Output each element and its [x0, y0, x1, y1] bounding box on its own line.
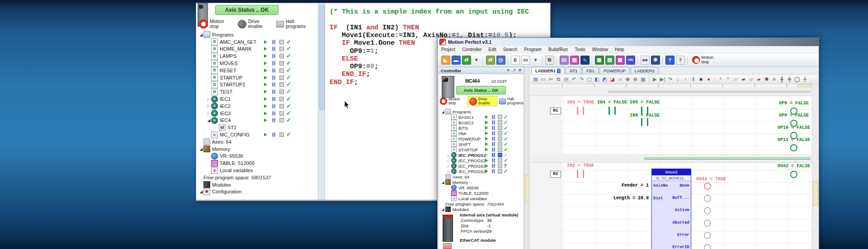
run-program-icon[interactable] [485, 169, 488, 173]
window-1-icon[interactable]: ▱ [732, 75, 740, 83]
motion-stop-button[interactable]: Motion stop [440, 97, 466, 105]
run-program-icon[interactable] [485, 159, 488, 162]
tools-icon[interactable]: ✱ [763, 75, 770, 83]
redo-icon[interactable]: ↷ [578, 75, 585, 83]
step-program-icon[interactable] [498, 136, 502, 141]
run-program-icon[interactable] [485, 137, 488, 141]
page-setup-icon[interactable]: ▱ [617, 75, 624, 83]
pause-program-icon[interactable] [272, 97, 274, 101]
run-program-icon[interactable] [264, 47, 267, 51]
step-program-icon[interactable] [498, 164, 502, 168]
pause-program-icon[interactable] [272, 133, 274, 137]
select-rect-icon[interactable]: ▢ [586, 75, 593, 83]
pause-program-icon[interactable] [492, 115, 493, 119]
step-program-icon[interactable] [279, 61, 284, 66]
tree-scrollbar[interactable] [318, 3, 325, 200]
menu-tools[interactable]: Tools [575, 47, 585, 52]
force-off-icon[interactable]: ⁰ [725, 75, 732, 83]
tree-item-st1[interactable]: stST1 [196, 124, 318, 131]
block-output-coil[interactable] [704, 244, 711, 249]
step-program-icon[interactable] [498, 153, 502, 157]
connect-dropdown-icon[interactable]: ▾ [472, 56, 481, 64]
halt-programs-button[interactable]: Halt programs [276, 19, 307, 29]
coil-insert-icon[interactable]: ◯ [794, 75, 801, 83]
dock-header[interactable]: Controller ▾ ⊺ ✕ [439, 67, 524, 74]
halt-programs-button[interactable]: Halt programs [499, 97, 524, 105]
tree-item-modules[interactable]: Modules [196, 181, 318, 188]
step-over-icon[interactable]: ↷ [667, 75, 674, 83]
contact-in4[interactable] [609, 107, 616, 115]
window-3-icon[interactable]: ▱ [748, 75, 755, 83]
step-program-icon[interactable] [498, 120, 502, 125]
options-icon[interactable]: ✱ [651, 56, 660, 65]
menu-controller[interactable]: Controller [462, 47, 481, 52]
dropdown-icon[interactable]: ▾ [506, 68, 510, 73]
expander-icon[interactable]: ◢ [441, 110, 445, 114]
io-viewer-icon[interactable]: ▤ [570, 56, 579, 65]
run-program-icon[interactable] [485, 126, 488, 130]
branch-insert-icon[interactable]: ┼ [802, 75, 809, 83]
tree-item-mc-config[interactable]: cMC_CONFIG✓ [196, 131, 318, 138]
window-dropdown-icon[interactable]: ▾ [532, 56, 540, 64]
expander-icon[interactable]: ◢ [441, 180, 445, 184]
cut-icon[interactable]: ✄ [547, 75, 555, 83]
menu-help[interactable]: Help [615, 47, 624, 52]
ladder-canvas[interactable]: =(* This is a latching circuit *)=(* Thi… [530, 87, 812, 249]
run-program-icon[interactable] [485, 132, 488, 135]
paste-icon[interactable]: ▤ [563, 75, 570, 83]
zoom-out-icon[interactable]: ⊖ [632, 75, 639, 83]
pause-program-icon[interactable] [492, 121, 493, 125]
step-program-icon[interactable] [498, 169, 502, 174]
expander-icon[interactable]: ▷ [207, 97, 211, 101]
zoom-in-icon[interactable]: ⊕ [624, 75, 632, 83]
pause-program-icon[interactable] [272, 83, 274, 87]
pause-program-icon[interactable] [272, 104, 274, 108]
step-program-icon[interactable] [279, 68, 284, 73]
title-bar[interactable]: Motion Perfect v3.1 [438, 38, 819, 47]
program-bars-icon[interactable]: ‖‖ [560, 56, 569, 65]
step-program-icon[interactable] [279, 89, 284, 94]
step-program-icon[interactable] [279, 111, 284, 116]
step-program-icon[interactable] [279, 132, 284, 137]
tree-item-shift[interactable]: BSHIFT✓ [439, 141, 524, 147]
tab-ladder1[interactable]: LADDER1 [531, 67, 565, 74]
run-program-icon[interactable] [264, 69, 267, 72]
pause-program-icon[interactable] [492, 132, 493, 136]
run-program-icon[interactable] [485, 153, 488, 157]
tree-item-powerup[interactable]: BPOWERUP✓ [439, 136, 524, 141]
force-on-icon[interactable]: ¹ [717, 75, 724, 83]
scrollbar-thumb[interactable] [319, 5, 325, 110]
tree-item-lamps[interactable]: BLAMPS✓ [196, 52, 318, 60]
copy-icon[interactable]: ⧉ [555, 75, 562, 83]
run-to-end-icon[interactable]: ▶| [659, 75, 666, 83]
tree-item-iec-progs4[interactable]: ▷»IEC_PROGS4✓ [439, 169, 524, 174]
tree-item-basic1[interactable]: BBASIC1✓ [439, 114, 524, 120]
run-program-icon[interactable] [264, 133, 267, 136]
tree-item-hmi[interactable]: BHMI✓ [439, 131, 524, 136]
save-project-icon[interactable]: ▬ [452, 56, 461, 65]
tab-ladder2[interactable]: LADDER2 [631, 67, 659, 74]
tree-item-iec4[interactable]: ◢»IEC4✓ [196, 117, 318, 124]
menu-window[interactable]: Window [592, 47, 608, 52]
print-icon[interactable]: ▭ [540, 75, 547, 83]
expander-icon[interactable]: ▷ [447, 159, 451, 163]
help-icon[interactable]: ? [665, 56, 675, 65]
step-program-icon[interactable] [498, 158, 502, 163]
tree-item-iec-progs2[interactable]: ▷»IEC_PROGS2✓ [439, 158, 524, 163]
step-program-icon[interactable] [279, 75, 284, 80]
table-values-icon[interactable]: ▤ [605, 56, 614, 65]
ladder-scrollbar[interactable] [812, 87, 818, 249]
run-program-icon[interactable] [485, 121, 488, 124]
comment-add-icon[interactable]: ◧ [594, 75, 601, 83]
tree-item-programs[interactable]: ◢Programs [196, 31, 318, 38]
contact-in8[interactable] [641, 118, 648, 126]
expander-icon[interactable]: ▷ [207, 104, 211, 108]
step-in-icon[interactable]: ↓ [675, 75, 682, 83]
run-program-icon[interactable] [264, 118, 267, 122]
step-program-icon[interactable] [498, 131, 502, 136]
run-icon[interactable]: ▶ [651, 75, 659, 83]
run-program-icon[interactable] [264, 54, 267, 58]
run-program-icon[interactable] [264, 40, 267, 44]
close-icon[interactable]: ✕ [518, 68, 522, 73]
drive-enable-button[interactable]: Drive enable [238, 19, 270, 29]
